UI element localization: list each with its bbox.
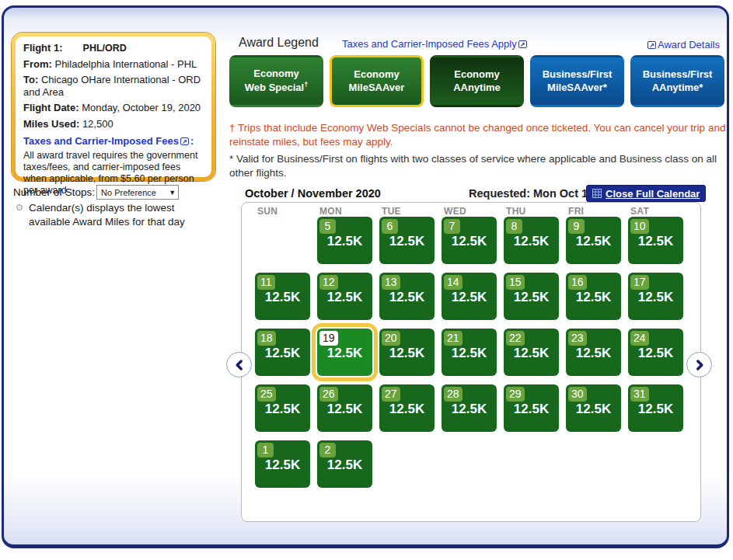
close-full-calendar-label: Close Full Calendar (606, 188, 700, 200)
calendar-day-cell[interactable]: 612.5K (379, 217, 435, 264)
legend-button-business-first-aanytime[interactable]: Business/FirstAAnytime* (630, 55, 724, 107)
taxes-fees-colon: : (190, 135, 194, 147)
calendar-day-cell[interactable]: 2712.5K (379, 384, 435, 432)
calendar-day-cell[interactable]: 2112.5K (442, 329, 497, 376)
calendar-day-cell[interactable]: 912.5K (566, 217, 621, 264)
taxes-fees-apply-link[interactable]: Taxes and Carrier-Imposed Fees Apply↗ (342, 38, 529, 50)
flight-route-value: PHL/ORD (83, 43, 127, 54)
day-number-badge: 20 (382, 331, 400, 346)
calendar-day-cell[interactable]: 2912.5K (504, 384, 559, 432)
day-number-badge: 8 (506, 219, 522, 234)
day-number-badge: 16 (568, 275, 587, 290)
day-number-badge: 30 (568, 387, 587, 402)
day-number-badge: 14 (444, 275, 462, 290)
legend-button-economy-aanytime[interactable]: EconomyAAnytime (430, 55, 524, 107)
award-legend-title: Award Legend (239, 36, 319, 50)
award-calendar-page: Flight 1:PHL/ORD From: Philadelphia Inte… (2, 5, 729, 548)
miles-used-value: 12,500 (82, 118, 113, 130)
calendar-day-cell[interactable]: 212.5K (317, 440, 372, 488)
miles-used-label: Miles Used: (23, 118, 79, 130)
award-miles-value: 12.5K (317, 346, 372, 361)
award-miles-value: 12.5K (255, 290, 310, 305)
award-miles-value: 12.5K (317, 402, 372, 417)
award-miles-value: 12.5K (628, 346, 683, 361)
day-header-wed: WED (442, 206, 497, 217)
flight-date-row: Flight Date: Monday, October 19, 2020 (23, 102, 205, 114)
day-header-thu: THU (504, 206, 559, 217)
award-miles-value: 12.5K (255, 457, 310, 473)
flight-date-value: Monday, October 19, 2020 (82, 102, 201, 113)
award-miles-value: 12.5K (628, 234, 683, 249)
chevron-left-icon (232, 358, 246, 372)
web-special-footnote: † Trips that include Economy Web Special… (229, 121, 733, 149)
flight-route-row: Flight 1:PHL/ORD (23, 42, 205, 55)
calendar-day-cell[interactable]: 2512.5K (255, 384, 310, 432)
calendar-day-cell[interactable]: 712.5K (442, 217, 497, 264)
day-number-badge: 28 (444, 387, 462, 402)
taxes-fees-link-label: Taxes and Carrier-Imposed Fees (23, 135, 179, 147)
number-of-stops-row: Number of Stops: No Preference ▼ (13, 185, 179, 200)
close-full-calendar-button[interactable]: Close Full Calendar (586, 185, 706, 202)
calendar-day-cell-selected[interactable]: 1912.5K (317, 329, 372, 376)
business-first-footnote: * Valid for Business/First on flights wi… (229, 152, 733, 180)
calendar-day-cell[interactable]: 2812.5K (442, 384, 497, 432)
legend-button-label-line1: Business/First (543, 68, 613, 82)
legend-button-business-first-milesaaver[interactable]: Business/FirstMileSAAver* (530, 55, 624, 107)
calendar-day-cell[interactable]: 1112.5K (255, 273, 310, 320)
calendar-day-cell[interactable]: 812.5K (504, 217, 559, 264)
calendar-day-cell[interactable]: 3112.5K (628, 384, 683, 432)
day-number-badge: 29 (506, 387, 525, 402)
calendar-day-cell[interactable]: 1012.5K (628, 217, 683, 264)
award-legend-buttons: EconomyWeb Special†EconomyMileSAAverEcon… (229, 55, 724, 107)
flight-label: Flight 1: (23, 42, 63, 54)
award-miles-value: 12.5K (504, 346, 559, 361)
award-miles-value: 12.5K (504, 290, 559, 305)
day-number-badge: 21 (444, 331, 462, 346)
requested-date-label: Requested: Mon Oct 19 (469, 187, 594, 200)
day-number-badge: 18 (257, 331, 276, 346)
taxes-fees-link[interactable]: Taxes and Carrier-Imposed Fees↗: (23, 135, 205, 148)
calendar-day-cell[interactable]: 1712.5K (628, 273, 683, 320)
award-miles-value: 12.5K (566, 402, 621, 417)
calendar-day-cell[interactable]: 1512.5K (504, 273, 559, 320)
calendar-grid-icon (592, 189, 602, 198)
flight-info-box: Flight 1:PHL/ORD From: Philadelphia Inte… (12, 33, 215, 181)
award-miles-value: 12.5K (442, 346, 497, 361)
number-of-stops-select[interactable]: No Preference ▼ (96, 185, 179, 200)
next-period-button[interactable] (686, 352, 712, 377)
calendar-day-cell[interactable]: 2312.5K (566, 329, 621, 376)
calendar-day-cell[interactable]: 512.5K (317, 217, 372, 264)
calendar-display-note-text: Calendar(s) displays the lowest availabl… (29, 201, 211, 228)
award-miles-value: 12.5K (504, 402, 559, 417)
calendar-day-cell[interactable]: 2012.5K (379, 329, 435, 376)
calendar-day-cell[interactable]: 1212.5K (317, 273, 372, 320)
calendar-day-cell[interactable]: 2612.5K (317, 384, 372, 432)
award-miles-value: 12.5K (442, 290, 497, 305)
calendar-day-cell[interactable]: 112.5K (255, 440, 310, 488)
calendar-day-cell[interactable]: 1312.5K (379, 273, 435, 320)
calendar-day-cell[interactable]: 1812.5K (255, 329, 310, 376)
day-number-badge: 11 (257, 275, 275, 290)
day-number-badge: 9 (568, 219, 585, 234)
calendar-day-cell[interactable]: 2212.5K (504, 329, 559, 376)
day-number-badge: 26 (319, 387, 338, 402)
award-miles-value: 12.5K (379, 346, 435, 361)
day-number-badge: 25 (257, 387, 276, 402)
taxes-fees-apply-label: Taxes and Carrier-Imposed Fees Apply (342, 38, 517, 50)
day-number-badge: 2 (319, 443, 336, 457)
day-number-badge: 31 (630, 387, 649, 402)
calendar-day-cell[interactable]: 2412.5K (628, 329, 683, 376)
legend-button-economy-milesaaver[interactable]: EconomyMileSAAver (330, 55, 424, 107)
day-header-tue: TUE (379, 206, 435, 217)
award-miles-value: 12.5K (442, 402, 497, 417)
previous-period-button[interactable] (226, 352, 252, 377)
legend-button-label-line2: MileSAAver* (547, 82, 607, 95)
legend-button-label-line2: Web Special† (245, 81, 308, 95)
calendar-day-cell[interactable]: 3012.5K (566, 384, 621, 432)
legend-button-label-line2: AAnytime (453, 82, 501, 95)
legend-button-economy-web-special[interactable]: EconomyWeb Special† (229, 55, 323, 107)
award-details-link[interactable]: ↗Award Details (646, 39, 720, 50)
calendar-day-cell[interactable]: 1412.5K (442, 273, 497, 320)
legend-button-label-line1: Economy (253, 68, 299, 81)
calendar-day-cell[interactable]: 1612.5K (566, 273, 621, 320)
